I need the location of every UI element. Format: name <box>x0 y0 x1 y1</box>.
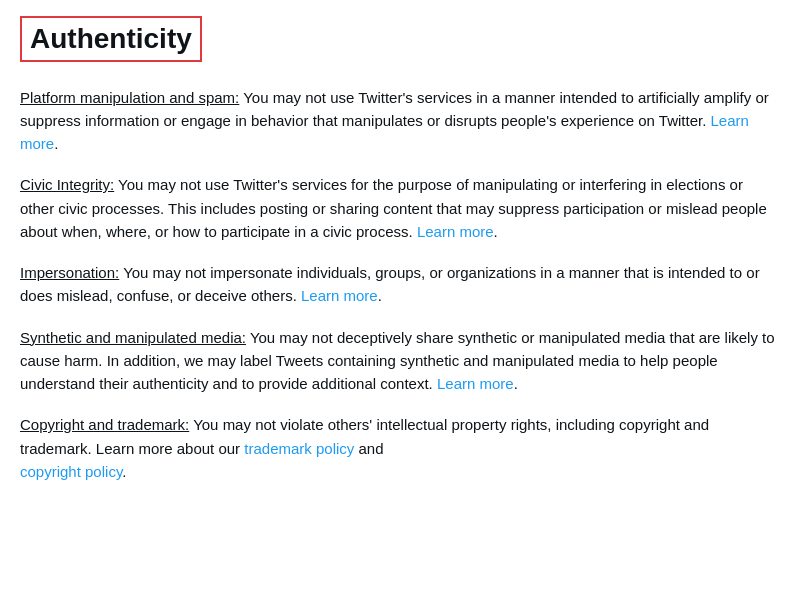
section-civic-integrity-text: Civic Integrity: You may not use Twitter… <box>20 173 776 243</box>
section-copyright-trademark-text: Copyright and trademark: You may not vio… <box>20 413 776 483</box>
sections-container: Platform manipulation and spam: You may … <box>20 86 776 484</box>
section-impersonation: Impersonation: You may not impersonate i… <box>20 261 776 308</box>
section-platform-manipulation-title: Platform manipulation and spam: <box>20 89 239 106</box>
copyright-policy-link[interactable]: copyright policy <box>20 463 122 480</box>
section-copyright-trademark-title: Copyright and trademark: <box>20 416 189 433</box>
section-synthetic-media: Synthetic and manipulated media: You may… <box>20 326 776 396</box>
section-synthetic-media-title: Synthetic and manipulated media: <box>20 329 246 346</box>
section-impersonation-text: Impersonation: You may not impersonate i… <box>20 261 776 308</box>
civic-integrity-learn-more-link[interactable]: Learn more <box>417 223 494 240</box>
section-civic-integrity-title: Civic Integrity: <box>20 176 114 193</box>
section-civic-integrity: Civic Integrity: You may not use Twitter… <box>20 173 776 243</box>
section-platform-manipulation-text: Platform manipulation and spam: You may … <box>20 86 776 156</box>
trademark-policy-link[interactable]: trademark policy <box>244 440 354 457</box>
synthetic-media-learn-more-link[interactable]: Learn more <box>437 375 514 392</box>
section-synthetic-media-text: Synthetic and manipulated media: You may… <box>20 326 776 396</box>
page-title: Authenticity <box>20 16 202 62</box>
section-impersonation-title: Impersonation: <box>20 264 119 281</box>
impersonation-learn-more-link[interactable]: Learn more <box>301 287 378 304</box>
section-copyright-trademark: Copyright and trademark: You may not vio… <box>20 413 776 483</box>
section-platform-manipulation: Platform manipulation and spam: You may … <box>20 86 776 156</box>
